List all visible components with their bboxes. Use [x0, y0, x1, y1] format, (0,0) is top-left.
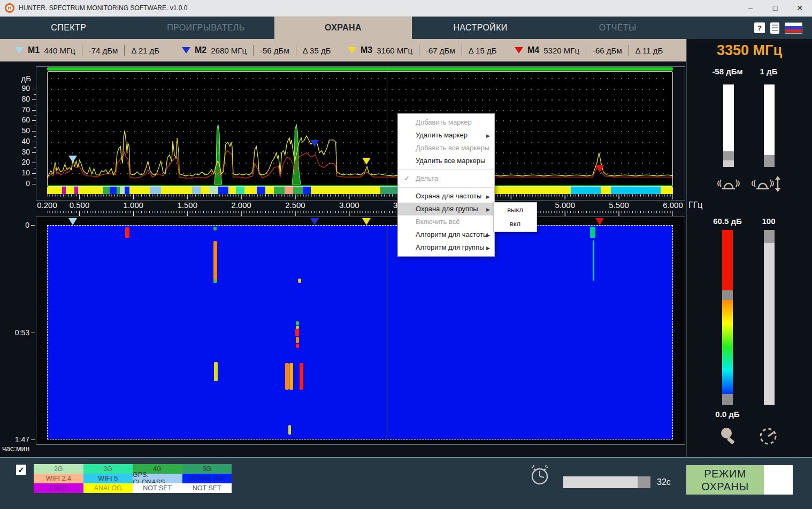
guard-armed-bar — [47, 67, 673, 71]
waterfall-signal-blip — [296, 321, 299, 325]
opacity-slider-thumb[interactable] — [764, 230, 775, 243]
y-tick-label: 40 — [12, 137, 30, 145]
legend-cell: WIFI 2.4 — [34, 474, 83, 483]
waterfall-color-scale-slider[interactable] — [722, 230, 733, 405]
maximize-button[interactable]: □ — [763, 0, 787, 16]
band-segment — [293, 187, 303, 194]
threshold-slider[interactable] — [723, 84, 734, 167]
marker-readout-bar: M1440 МГц-74 дБмΔ 21 дБM22680 МГц-56 дБм… — [0, 39, 686, 61]
x-tick-label: 5.500 — [609, 200, 629, 210]
scan-period-slider-thumb[interactable] — [638, 476, 650, 488]
guard-mode-label-line1: РЕЖИМ — [704, 467, 746, 480]
spectrum-marker-m3[interactable] — [362, 158, 371, 165]
waterfall-marker-m4[interactable] — [595, 218, 604, 225]
y-tick-label: 90 — [12, 84, 30, 92]
marker-m4-triangle-icon — [515, 47, 523, 53]
tab-проигрыватель[interactable]: ПРОИГРЫВАТЕЛЬ — [137, 17, 275, 39]
frequency-cursor-waterfall[interactable] — [387, 226, 387, 439]
help-icon[interactable]: ? — [754, 22, 765, 33]
menu-item: Включить всё — [398, 215, 494, 228]
band-segment — [103, 187, 110, 194]
report-icon[interactable] — [770, 22, 779, 34]
y-tick-label: 10 — [12, 168, 30, 177]
hysteresis-slider-thumb[interactable] — [764, 155, 775, 167]
legend-cell: NOT SET — [182, 483, 232, 493]
color-scale-bottom-thumb[interactable] — [722, 394, 733, 405]
band-segment — [601, 187, 611, 194]
menu-item[interactable]: Удалить все маркеры — [398, 155, 494, 167]
x-tick-label: 1.500 — [177, 200, 197, 210]
spectrum-x-ruler — [47, 194, 673, 200]
band-segment — [78, 187, 103, 194]
menu-item[interactable]: Охрана для группы▶ — [398, 203, 494, 215]
waterfall-opacity-slider[interactable] — [764, 230, 775, 405]
waterfall-signal-blip — [296, 344, 299, 348]
threshold-slider-thumb[interactable] — [723, 151, 734, 160]
scan-period-slider[interactable] — [563, 476, 650, 488]
spectrum-plot[interactable] — [47, 71, 673, 187]
alarm-range-icon[interactable] — [751, 174, 783, 194]
x-tick-label: 0.200 — [37, 200, 57, 210]
submenu-item-выкл[interactable]: выкл — [494, 203, 537, 217]
submenu-item-вкл[interactable]: вкл — [494, 217, 537, 231]
y-tick-label: 0 — [12, 179, 30, 188]
submenu-arrow-icon: ▶ — [486, 203, 490, 216]
waterfall-marker-m2[interactable] — [310, 218, 319, 225]
hysteresis-slider[interactable] — [764, 84, 775, 167]
band-segment — [47, 187, 62, 194]
frequency-classification-band — [47, 187, 673, 194]
timer-icon — [527, 462, 553, 488]
check-icon: ✓ — [404, 172, 410, 185]
tab-охрана[interactable]: ОХРАНА — [274, 17, 412, 39]
window-controls: –□✕ — [738, 0, 812, 16]
waterfall-signal-blip — [593, 240, 594, 281]
y-tick-label: 30 — [12, 148, 30, 156]
zoom-tool-icon[interactable] — [717, 425, 739, 446]
color-scale-top-thumb[interactable] — [722, 290, 733, 300]
submenu-arrow-icon: ▶ — [486, 190, 490, 203]
tab-спектр[interactable]: СПЕКТР — [0, 17, 137, 39]
waterfall-signal-blip — [213, 279, 217, 283]
band-segment — [661, 187, 673, 194]
menu-item: ✓Дельта — [398, 172, 494, 185]
tab-отчёты[interactable]: ОТЧЁТЫ — [549, 17, 686, 39]
y-tick-label: 60 — [12, 115, 30, 124]
x-axis-unit: ГГц — [688, 200, 703, 210]
legend-cell: ANALOG — [83, 483, 133, 493]
waterfall-plot[interactable] — [47, 225, 673, 439]
waterfall-signal-blip — [295, 329, 299, 336]
alarm-icon[interactable] — [717, 174, 740, 194]
cursor-frequency-display: 3350 МГц — [686, 39, 812, 61]
x-tick-label: 3.000 — [339, 200, 359, 210]
legend-cell: DOWNLINK — [182, 474, 232, 483]
submenu-arrow-icon: ▶ — [486, 129, 490, 142]
spectrum-marker-m4[interactable] — [595, 165, 604, 172]
band-segment — [285, 187, 293, 194]
band-segment — [110, 187, 117, 194]
language-flag-icon[interactable] — [785, 22, 802, 34]
band-segment — [257, 187, 265, 194]
waterfall-signal-blip — [289, 363, 293, 390]
tab-настройки[interactable]: НАСТРОЙКИ — [412, 17, 549, 39]
x-tick-label: 2.500 — [285, 200, 305, 210]
submenu-arrow-icon: ▶ — [486, 229, 490, 242]
x-tick-label: 0.500 — [70, 200, 90, 210]
band-segment — [311, 187, 380, 194]
spectrum-marker-m2[interactable] — [310, 140, 319, 147]
guard-mode-button[interactable]: РЕЖИМ ОХРАНЫ — [686, 465, 793, 495]
waterfall-signal-blip — [213, 227, 217, 230]
close-button[interactable]: ✕ — [787, 0, 812, 16]
spectrum-marker-m1[interactable] — [68, 156, 77, 163]
menu-item[interactable]: Алгоритм для частоты▶ — [398, 228, 494, 241]
waterfall-signal-blip — [300, 363, 303, 390]
menu-item[interactable]: Удалить маркер▶ — [398, 129, 494, 142]
frequency-cursor-spectrum[interactable] — [387, 72, 387, 186]
menu-item[interactable]: Охрана для частоты▶ — [398, 190, 494, 203]
menu-item[interactable]: Алгоритм для группы▶ — [398, 241, 494, 254]
alarm-hysteresis-value: 1 дБ — [745, 67, 793, 76]
minimize-button[interactable]: – — [738, 0, 763, 16]
waterfall-marker-m3[interactable] — [362, 218, 371, 225]
gauge-icon[interactable] — [757, 425, 779, 446]
legend-checkbox[interactable]: ✓ — [16, 465, 26, 475]
waterfall-marker-m1[interactable] — [68, 218, 77, 225]
